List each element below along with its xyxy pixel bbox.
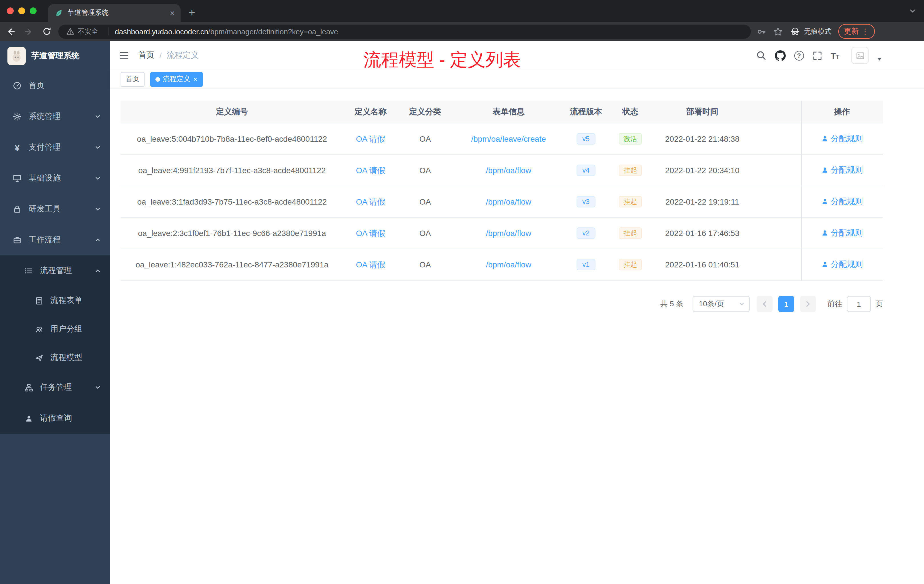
user-icon xyxy=(24,414,33,423)
github-icon[interactable] xyxy=(775,50,785,61)
page-size-select[interactable]: 10条/页 xyxy=(693,296,750,312)
fixed-column-divider xyxy=(801,101,802,281)
assign-rule-button[interactable]: 分配规则 xyxy=(821,196,863,206)
security-label: 不安全 xyxy=(78,26,98,36)
user-icon xyxy=(821,229,828,236)
tag-close-icon[interactable] xyxy=(193,75,198,83)
sidebar-item-system[interactable]: 系统管理 xyxy=(0,101,110,132)
category-cell: OA xyxy=(398,165,452,175)
sidebar-item-user-group[interactable]: 用户分组 xyxy=(0,315,110,343)
font-size-icon[interactable] xyxy=(831,51,840,60)
sidebar-item-process-management[interactable]: 流程管理 xyxy=(0,256,110,286)
definition-name-link[interactable]: OA 请假 xyxy=(356,134,385,144)
org-tree-icon xyxy=(24,383,33,392)
browser-window: 芋道管理系统 不安全 dashboard.yudao.iocoder.cn/bp… xyxy=(0,0,924,584)
browser-tab[interactable]: 芋道管理系统 xyxy=(48,4,181,22)
user-icon xyxy=(821,135,828,142)
column-header: 表单信息 xyxy=(452,107,564,117)
sidebar: 芋道管理系统 首页 系统管理 支付管理 基础设施 xyxy=(0,41,110,584)
tag-process-definition[interactable]: 流程定义 xyxy=(150,72,203,87)
breadcrumb-home[interactable]: 首页 xyxy=(138,50,154,61)
column-header: 部署时间 xyxy=(653,107,751,117)
form-link[interactable]: /bpm/oa/leave/create xyxy=(471,134,546,144)
version-tag: v4 xyxy=(577,165,595,176)
sidebar-item-task-management[interactable]: 任务管理 xyxy=(0,372,110,403)
column-header: 流程版本 xyxy=(564,107,607,117)
address-bar[interactable]: 不安全 dashboard.yudao.iocoder.cn/bpm/manag… xyxy=(58,24,751,39)
assign-rule-button[interactable]: 分配规则 xyxy=(821,165,863,175)
security-warning-icon[interactable] xyxy=(66,27,74,35)
status-badge: 挂起 xyxy=(619,259,642,270)
sidebar-item-label: 请假查询 xyxy=(40,413,72,424)
definition-name-link[interactable]: OA 请假 xyxy=(356,260,385,269)
table-row: oa_leave:4:991f2193-7b7f-11ec-a3c8-acde4… xyxy=(120,155,883,186)
sidebar-item-process-model[interactable]: 流程模型 xyxy=(0,343,110,372)
definition-table: 定义编号 定义名称 定义分类 表单信息 流程版本 状态 部署时间 操作 oa_l… xyxy=(120,101,883,280)
chevron-down-icon xyxy=(95,175,101,181)
tab-search-chevron-icon[interactable] xyxy=(909,7,916,14)
forward-button[interactable] xyxy=(21,23,36,40)
browser-menu-icon[interactable] xyxy=(861,27,869,36)
browser-update-button[interactable]: 更新 xyxy=(838,24,875,39)
window-zoom-button[interactable] xyxy=(30,7,36,14)
sidebar-item-devtools[interactable]: 研发工具 xyxy=(0,194,110,224)
status-badge: 挂起 xyxy=(619,165,642,176)
goto-page-input[interactable] xyxy=(847,296,871,312)
sidebar-item-infrastructure[interactable]: 基础设施 xyxy=(0,163,110,194)
reload-button[interactable] xyxy=(39,23,55,40)
column-header: 定义名称 xyxy=(343,107,398,117)
chevron-down-icon xyxy=(95,114,101,119)
deploy-time-cell: 2022-01-22 21:48:38 xyxy=(653,134,751,144)
sidebar-toggle-icon[interactable] xyxy=(119,50,129,61)
column-header: 状态 xyxy=(607,107,653,117)
user-avatar[interactable] xyxy=(851,47,869,64)
form-link[interactable]: /bpm/oa/flow xyxy=(486,229,531,238)
deploy-time-cell: 2022-01-22 20:34:10 xyxy=(653,165,751,175)
sidebar-item-workflow[interactable]: 工作流程 xyxy=(0,224,110,256)
user-icon xyxy=(821,260,828,268)
breadcrumb-current: 流程定义 xyxy=(167,50,199,61)
sidebar-item-label: 工作流程 xyxy=(28,235,61,245)
app-logo-row[interactable]: 芋道管理系统 xyxy=(0,41,110,70)
definition-name-link[interactable]: OA 请假 xyxy=(356,166,385,175)
search-icon[interactable] xyxy=(756,50,766,61)
prev-page-button[interactable] xyxy=(757,296,772,312)
next-page-button[interactable] xyxy=(800,296,816,312)
window-close-button[interactable] xyxy=(7,7,14,14)
form-link[interactable]: /bpm/oa/flow xyxy=(486,260,531,269)
assign-rule-button[interactable]: 分配规则 xyxy=(821,133,863,144)
avatar-caret-icon[interactable] xyxy=(877,58,882,60)
page-size-value: 10条/页 xyxy=(699,299,724,309)
monitor-icon xyxy=(13,174,22,183)
incognito-icon xyxy=(790,26,800,37)
help-icon[interactable] xyxy=(794,51,804,60)
tab-close-icon[interactable] xyxy=(170,8,175,18)
sidebar-item-home[interactable]: 首页 xyxy=(0,70,110,101)
deploy-time-cell: 2022-01-16 17:46:53 xyxy=(653,228,751,238)
sidebar-item-payment[interactable]: 支付管理 xyxy=(0,132,110,163)
table-row: oa_leave:3:1fad3d93-7b75-11ec-a3c8-acde4… xyxy=(120,186,883,218)
fullscreen-icon[interactable] xyxy=(812,51,822,60)
page-number-button[interactable]: 1 xyxy=(778,296,794,312)
key-icon[interactable] xyxy=(757,26,766,36)
bookmark-star-icon[interactable] xyxy=(773,26,783,36)
chevron-down-icon xyxy=(95,384,101,390)
window-minimize-button[interactable] xyxy=(18,7,25,14)
pagination-total: 共 5 条 xyxy=(660,299,683,309)
definition-id-cell: oa_leave:2:3c1f0ef1-76b1-11ec-9c66-a2380… xyxy=(120,228,343,238)
sidebar-item-leave-query[interactable]: 请假查询 xyxy=(0,403,110,434)
assign-rule-button[interactable]: 分配规则 xyxy=(821,228,863,238)
assign-rule-label: 分配规则 xyxy=(831,259,863,269)
back-button[interactable] xyxy=(2,23,18,40)
definition-name-link[interactable]: OA 请假 xyxy=(356,197,385,206)
form-link[interactable]: /bpm/oa/flow xyxy=(486,166,531,175)
tag-home[interactable]: 首页 xyxy=(120,72,145,87)
new-tab-button[interactable] xyxy=(188,7,195,18)
definition-name-link[interactable]: OA 请假 xyxy=(356,229,385,238)
incognito-badge: 无痕模式 xyxy=(790,26,832,37)
form-link[interactable]: /bpm/oa/flow xyxy=(486,197,531,206)
sidebar-item-process-form[interactable]: 流程表单 xyxy=(0,286,110,315)
assign-rule-button[interactable]: 分配规则 xyxy=(821,259,863,269)
sidebar-item-label: 任务管理 xyxy=(40,382,72,393)
sidebar-item-label: 用户分组 xyxy=(50,324,82,334)
